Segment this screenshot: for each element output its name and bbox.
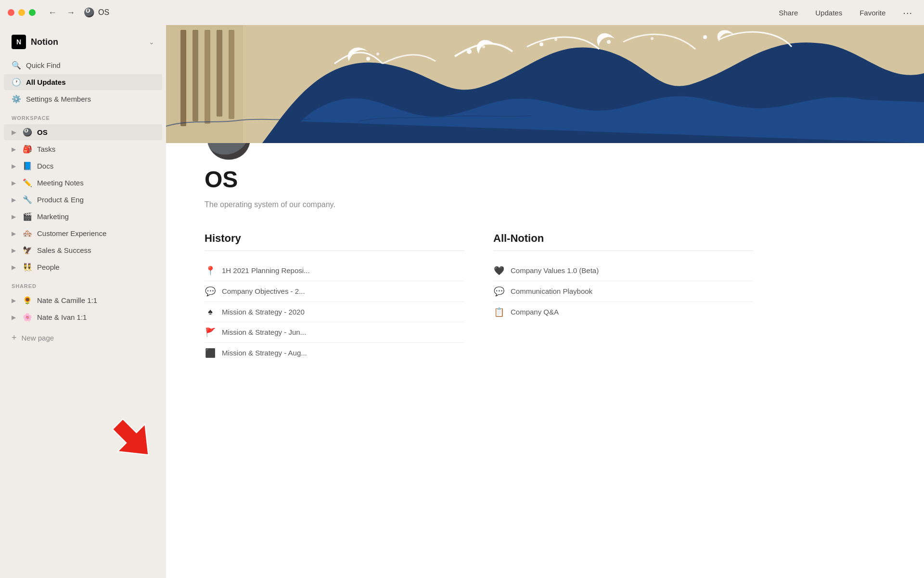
list-item[interactable]: ⬛ Mission & Strategy - Aug... (205, 343, 464, 363)
list-item[interactable]: 💬 Company Objectives - 2... (205, 281, 464, 302)
sidebar-item-nate-camille[interactable]: ▶ 🌻 Nate & Camille 1:1 (4, 292, 162, 308)
sidebar-label-tasks: Tasks (37, 145, 55, 153)
meeting-notes-icon: ✏️ (23, 178, 32, 187)
page-header-image (166, 25, 924, 143)
sidebar-item-marketing[interactable]: ▶ 🎬 Marketing (4, 209, 162, 224)
page-title: OS (205, 167, 753, 193)
doc-icon: 🚩 (205, 327, 216, 338)
doc-name: Company Q&A (511, 308, 559, 316)
svg-point-9 (467, 49, 472, 54)
customer-experience-icon: 🏘️ (23, 229, 32, 238)
sidebar-item-settings[interactable]: ⚙️ Settings & Members (4, 91, 162, 107)
list-item[interactable]: 🖤 Company Values 1.0 (Beta) (493, 261, 753, 281)
svg-point-12 (554, 38, 557, 41)
list-item[interactable]: ♠️ Mission & Strategy - 2020 (205, 302, 464, 322)
doc-name: Mission & Strategy - Aug... (222, 349, 307, 357)
workspace-chevron-icon: ⌄ (149, 38, 154, 46)
minimize-button[interactable] (18, 9, 25, 16)
sidebar-item-product-eng[interactable]: ▶ 🔧 Product & Eng (4, 192, 162, 208)
doc-icon: 💬 (493, 286, 505, 297)
sidebar-item-os[interactable]: ▶ 🎱 OS (4, 124, 162, 140)
notion-logo: N (12, 35, 26, 49)
svg-rect-2 (180, 30, 186, 126)
notion-workspace-header[interactable]: N Notion ⌄ (4, 29, 162, 55)
sales-success-icon: 🦅 (23, 246, 32, 255)
doc-name: Company Objectives - 2... (222, 287, 305, 295)
page-description: The operating system of our company. (205, 200, 753, 209)
chevron-right-icon: ▶ (12, 146, 16, 153)
nate-camille-icon: 🌻 (23, 296, 32, 305)
favorite-button[interactable]: Favorite (856, 7, 889, 19)
sidebar-item-customer-experience[interactable]: ▶ 🏘️ Customer Experience (4, 225, 162, 241)
page-title-nav: OS (98, 8, 109, 17)
sidebar-item-all-updates[interactable]: 🕐 All Updates (4, 74, 162, 90)
sidebar-item-meeting-notes[interactable]: ▶ ✏️ Meeting Notes (4, 175, 162, 191)
list-item[interactable]: 📋 Company Q&A (493, 302, 753, 322)
svg-point-8 (376, 53, 379, 55)
docs-icon: 📘 (23, 161, 32, 171)
sidebar-label-customer-experience: Customer Experience (37, 229, 106, 237)
chevron-right-icon: ▶ (12, 264, 16, 271)
search-icon: 🔍 (12, 61, 21, 70)
svg-rect-6 (229, 30, 234, 119)
sidebar-item-nate-ivan[interactable]: ▶ 🌸 Nate & Ivan 1:1 (4, 309, 162, 325)
doc-icon: ♠️ (205, 307, 216, 317)
doc-icon: 🖤 (493, 265, 505, 276)
nav-buttons: ← → (45, 5, 78, 20)
svg-point-11 (539, 42, 543, 46)
svg-point-7 (366, 57, 370, 61)
gear-icon: ⚙️ (12, 94, 21, 104)
chevron-right-icon: ▶ (12, 213, 16, 220)
more-options-button[interactable]: ··· (899, 5, 916, 20)
sidebar-label-people: People (37, 263, 60, 271)
svg-rect-4 (205, 30, 210, 124)
page-icon: 🎱 (84, 7, 94, 18)
chevron-right-icon: ▶ (12, 163, 16, 170)
history-list: 📍 1H 2021 Planning Reposi... 💬 Company O… (205, 261, 464, 363)
chevron-right-icon: ▶ (12, 129, 16, 136)
back-button[interactable]: ← (45, 5, 60, 20)
chevron-right-icon: ▶ (12, 247, 16, 254)
maximize-button[interactable] (29, 9, 36, 16)
plus-icon: + (12, 333, 17, 343)
nate-ivan-icon: 🌸 (23, 313, 32, 322)
chevron-right-icon: ▶ (12, 230, 16, 237)
marketing-icon: 🎬 (23, 212, 32, 221)
doc-name: Mission & Strategy - 2020 (222, 308, 305, 316)
close-button[interactable] (8, 9, 14, 16)
history-section: History 📍 1H 2021 Planning Reposi... 💬 C… (205, 232, 464, 363)
doc-name: Mission & Strategy - Jun... (222, 328, 306, 336)
updates-button[interactable]: Updates (811, 7, 846, 19)
new-page-button[interactable]: + New page (4, 329, 162, 346)
list-item[interactable]: 📍 1H 2021 Planning Reposi... (205, 261, 464, 281)
two-column-layout: History 📍 1H 2021 Planning Reposi... 💬 C… (205, 232, 753, 363)
list-item[interactable]: 💬 Communication Playbook (493, 281, 753, 302)
doc-icon: 📋 (493, 307, 505, 317)
chevron-right-icon: ▶ (12, 180, 16, 186)
product-eng-icon: 🔧 (23, 195, 32, 204)
chevron-right-icon: ▶ (12, 297, 16, 304)
sidebar-label-nate-camille: Nate & Camille 1:1 (37, 296, 97, 304)
sidebar-item-sales-success[interactable]: ▶ 🦅 Sales & Success (4, 242, 162, 258)
doc-name: Company Values 1.0 (Beta) (511, 266, 599, 275)
sidebar-item-docs[interactable]: ▶ 📘 Docs (4, 158, 162, 174)
doc-name: Communication Playbook (511, 287, 592, 295)
workspace-name: Notion (31, 37, 58, 47)
list-item[interactable]: 🚩 Mission & Strategy - Jun... (205, 322, 464, 343)
sidebar-label-nate-ivan: Nate & Ivan 1:1 (37, 313, 87, 321)
sidebar-item-quick-find[interactable]: 🔍 Quick Find (4, 57, 162, 73)
sidebar: N Notion ⌄ 🔍 Quick Find 🕐 All Updates ⚙️… (0, 25, 166, 578)
chevron-right-icon: ▶ (12, 314, 16, 321)
sidebar-label-product-eng: Product & Eng (37, 196, 84, 204)
doc-icon: 💬 (205, 286, 216, 297)
share-button[interactable]: Share (775, 7, 802, 19)
forward-button[interactable]: → (64, 5, 78, 20)
sidebar-item-tasks[interactable]: ▶ 🎒 Tasks (4, 141, 162, 157)
clock-icon: 🕐 (12, 78, 21, 87)
sidebar-label-all-updates: All Updates (26, 78, 66, 86)
tasks-icon: 🎒 (23, 144, 32, 154)
os-icon: 🎱 (23, 128, 32, 137)
doc-icon: ⬛ (205, 348, 216, 358)
all-notion-section: All-Notion 🖤 Company Values 1.0 (Beta) 💬… (493, 232, 753, 363)
sidebar-item-people[interactable]: ▶ 👯 People (4, 259, 162, 275)
